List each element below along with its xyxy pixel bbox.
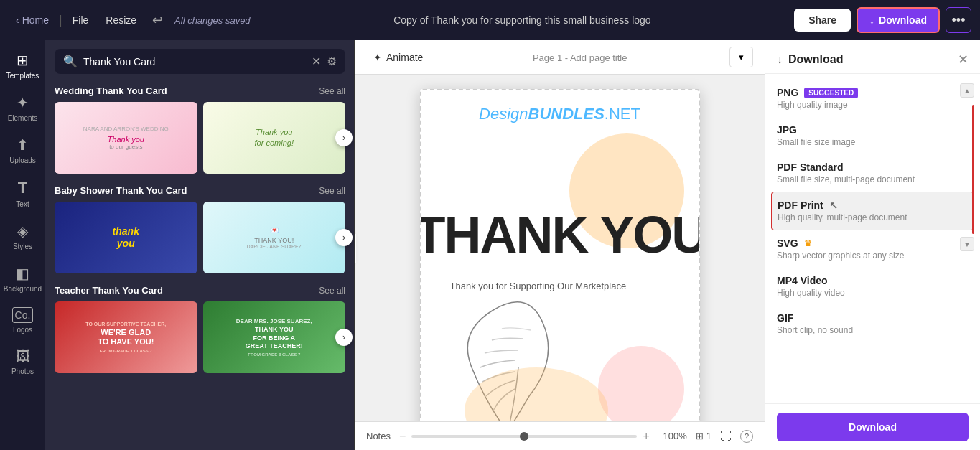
scroll-up-button[interactable]: ▲ xyxy=(960,83,974,98)
animate-button[interactable]: ✦ Animate xyxy=(366,47,430,67)
format-item-png[interactable]: PNG SUGGESTED High quality image xyxy=(765,80,980,117)
uploads-icon: ⬆ xyxy=(17,136,29,154)
teacher-next-button[interactable]: › xyxy=(335,329,353,346)
bottom-bar: Notes − + 100% ⊞ 1 ⛶ ? xyxy=(355,421,765,450)
photos-icon: 🖼 xyxy=(16,348,30,365)
help-icon: ? xyxy=(740,430,753,443)
format-desc-mp4: High quality video xyxy=(777,288,969,298)
download-panel: ↓ Download ✕ ▲ ▼ PNG SUGGESTED High qual… xyxy=(765,40,980,450)
download-action-area: Download xyxy=(765,403,980,450)
file-button[interactable]: File xyxy=(65,10,96,30)
saved-status: All changes saved xyxy=(174,15,251,26)
teacher-template-row: TO OUR SUPPORTIVE TEACHER, WE'RE GLADTO … xyxy=(55,301,345,373)
sidebar-item-uploads[interactable]: ⬆ Uploads xyxy=(3,131,43,170)
sidebar-item-label-background: Background xyxy=(4,285,42,293)
zoom-plus-icon[interactable]: + xyxy=(643,430,649,443)
baby-shower-next-button[interactable]: › xyxy=(335,229,353,246)
canvas-page[interactable]: DesignBUNDLES.NET THANK YOU Thank you fo… xyxy=(420,89,700,421)
canvas-content: DesignBUNDLES.NET THANK YOU Thank you fo… xyxy=(421,90,699,421)
template-thumb-teacher2[interactable]: DEAR MRS. JOSE SUAREZ, THANK YOUFOR BEIN… xyxy=(203,301,346,373)
wedding-template-row: NARA AND ARRON'S WEDDING Thank you to ou… xyxy=(55,102,345,174)
format-desc-jpg: Small file size image xyxy=(777,137,969,147)
share-button[interactable]: Share xyxy=(794,9,851,32)
suggested-badge: SUGGESTED xyxy=(804,88,858,98)
canvas-scroll[interactable]: DesignBUNDLES.NET THANK YOU Thank you fo… xyxy=(355,75,765,421)
sidebar-item-background[interactable]: ◧ Background xyxy=(3,259,43,299)
background-blob-pink xyxy=(598,346,684,421)
teacher-see-all[interactable]: See all xyxy=(319,286,345,296)
logos-icon: Co. xyxy=(12,307,34,323)
template-thumb-baby1[interactable]: thankyou xyxy=(55,202,197,273)
undo-icon: ↩ xyxy=(152,13,163,27)
format-item-svg[interactable]: SVG ♛ Sharp vector graphics at any size xyxy=(765,230,980,268)
sidebar-item-label-styles: Styles xyxy=(13,243,32,250)
search-clear-icon[interactable]: ✕ xyxy=(312,55,321,68)
template-thumb-baby2[interactable]: 💌 THANK YOU! DARCIE JANE SUAREZ xyxy=(203,202,346,273)
doc-title: Copy of Thank you for supporting this sm… xyxy=(256,14,789,26)
baby-shower-section-header: Baby Shower Thank You Card See all xyxy=(55,185,345,196)
format-item-pdf-print[interactable]: PDF Print ↖ High quality, multi-page doc… xyxy=(771,192,974,230)
format-item-mp4[interactable]: MP4 Video High quality video xyxy=(765,268,980,305)
search-input[interactable] xyxy=(83,56,306,67)
wedding-next-button[interactable]: › xyxy=(335,129,353,146)
fullscreen-button[interactable]: ⛶ xyxy=(720,430,732,443)
undo-button[interactable]: ↩ xyxy=(146,8,169,32)
sidebar-item-logos[interactable]: Co. Logos xyxy=(3,301,43,339)
home-button[interactable]: ‹ Home xyxy=(9,10,56,30)
zoom-track[interactable] xyxy=(411,435,637,438)
zoom-slider: − + xyxy=(399,430,650,443)
zoom-thumb[interactable] xyxy=(520,432,528,441)
scroll-down-button[interactable]: ▼ xyxy=(960,237,974,251)
format-item-gif[interactable]: GIF Short clip, no sound xyxy=(765,305,980,342)
more-icon: ••• xyxy=(952,13,966,28)
sidebar-item-photos[interactable]: 🖼 Photos xyxy=(3,342,43,381)
sidebar-item-text[interactable]: T Text xyxy=(3,173,43,214)
download-action-button[interactable]: Download xyxy=(777,413,969,441)
download-button[interactable]: ↓ Download xyxy=(857,7,940,33)
text-icon: T xyxy=(18,179,27,197)
watermark: DesignBUNDLES.NET xyxy=(479,105,640,123)
resize-button[interactable]: Resize xyxy=(98,10,144,30)
teacher-section-header: Teacher Thank You Card See all xyxy=(55,285,345,296)
panel-collapse-handle[interactable]: ‹ xyxy=(355,234,356,263)
help-button[interactable]: ? xyxy=(740,429,753,443)
elements-icon: ✦ xyxy=(17,94,29,111)
chevron-left-icon: ‹ xyxy=(16,14,19,26)
watermark-design: Design xyxy=(479,105,528,123)
templates-panel: 🔍 ✕ ⚙ Wedding Thank You Card See all NAR… xyxy=(46,40,355,450)
wedding-see-all[interactable]: See all xyxy=(319,86,345,96)
crown-icon: ♛ xyxy=(804,238,812,248)
wedding-section-header: Wedding Thank You Card See all xyxy=(55,85,345,96)
page-number: 1 xyxy=(706,431,711,441)
page-options-button[interactable]: ▾ xyxy=(729,47,753,67)
sidebar-item-elements[interactable]: ✦ Elements xyxy=(3,88,43,128)
format-name-pdf-standard: PDF Standard xyxy=(777,161,969,173)
zoom-minus-icon[interactable]: − xyxy=(399,430,406,443)
more-options-button[interactable]: ••• xyxy=(946,7,971,33)
template-thumb-wedding2[interactable]: Thank youfor coming! xyxy=(203,102,346,174)
template-thumb-wedding1[interactable]: NARA AND ARRON'S WEDDING Thank you to ou… xyxy=(55,102,197,174)
format-name-jpg: JPG xyxy=(777,124,969,136)
canvas-toolbar: ✦ Animate Page 1 - Add page title ▾ xyxy=(355,40,765,75)
format-item-jpg[interactable]: JPG Small file size image xyxy=(765,117,980,154)
wedding-title: Wedding Thank You Card xyxy=(55,85,167,96)
format-item-pdf-standard[interactable]: PDF Standard Small file size, multi-page… xyxy=(765,154,980,192)
baby-shower-see-all[interactable]: See all xyxy=(319,186,345,196)
cursor-pointer-icon: ↖ xyxy=(829,200,838,211)
sidebar: ⊞ Templates ✦ Elements ⬆ Uploads T Text … xyxy=(0,40,46,450)
watermark-net: .NET xyxy=(605,105,640,123)
page-title[interactable]: Page 1 - Add page title xyxy=(533,52,627,63)
sidebar-item-label-elements: Elements xyxy=(8,114,38,122)
page-count: ⊞ 1 xyxy=(696,431,711,441)
sidebar-item-templates[interactable]: ⊞ Templates xyxy=(3,46,43,85)
search-filter-icon[interactable]: ⚙ xyxy=(327,55,337,68)
download-panel-header: ↓ Download ✕ xyxy=(765,40,980,74)
sidebar-item-label-text: Text xyxy=(16,200,29,208)
download-panel-close[interactable]: ✕ xyxy=(958,52,969,67)
notes-button[interactable]: Notes xyxy=(366,431,391,441)
page-title-area: Page 1 - Add page title xyxy=(439,51,721,64)
sidebar-item-styles[interactable]: ◈ Styles xyxy=(3,217,43,256)
page-grid-icon: ⊞ xyxy=(696,431,704,441)
template-thumb-teacher1[interactable]: TO OUR SUPPORTIVE TEACHER, WE'RE GLADTO … xyxy=(55,301,197,373)
topbar-right: Share ↓ Download ••• xyxy=(794,7,971,33)
